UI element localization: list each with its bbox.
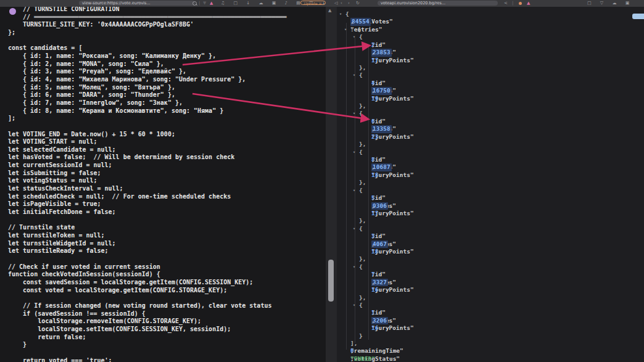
json-line: ],	[337, 340, 644, 347]
json-line: "votes": 16750,	[337, 87, 644, 94]
address-bar-left-text: view-source:https://vote.eurovis...	[82, 1, 151, 6]
scrollbar-track[interactable]: ▲	[326, 7, 337, 362]
json-line: "id": 7,	[337, 271, 644, 278]
forward-icon[interactable]: ›	[348, 0, 350, 7]
json-viewer-button[interactable]	[632, 14, 644, 19]
dropdown-icon[interactable]: ▼	[203, 0, 206, 7]
json-line: },	[337, 141, 644, 148]
json-line: "juryPoints": 18	[337, 248, 644, 255]
address-bar-right-text: voteapi.eurovision2020.bg/res...	[381, 1, 445, 6]
json-line: "votingStatus": "ENDED",	[337, 355, 644, 362]
collapse-caret-icon[interactable]: ▾	[353, 110, 355, 117]
json-line: "id": 2,	[337, 41, 644, 49]
json-line: "juryPoints": 16	[337, 286, 644, 294]
notification-dot-icon[interactable]	[519, 2, 522, 5]
collapse-caret-icon[interactable]: ▾	[353, 72, 355, 79]
json-line: ▾{	[337, 110, 644, 117]
json-line: "id": 8,	[337, 156, 644, 163]
json-line: "juryPoints": 18	[337, 171, 644, 179]
source-pane: // TURNSTILE CONFIGURATION // ══════════…	[0, 7, 326, 362]
screenshot-stage: view-source:https://vote.eurovis... | ▼ …	[0, 0, 644, 362]
json-line: "juryPoints": 17	[337, 210, 644, 217]
json-line: ▾{	[337, 10, 644, 18]
json-line: ▾"entries": [	[337, 26, 644, 33]
source-code: // TURNSTILE CONFIGURATION // ══════════…	[8, 7, 287, 362]
json-line: },	[337, 64, 644, 72]
toolbar-separator: |	[199, 0, 200, 7]
json-line: ▾{	[337, 187, 644, 194]
json-line: "id": 6,	[337, 118, 644, 125]
json-line: ▾{	[337, 149, 644, 156]
collapse-caret-icon[interactable]: ▾	[353, 263, 355, 271]
json-line: }	[337, 332, 644, 340]
json-line: "votes": 10687,	[337, 163, 644, 171]
extension-icons-right[interactable]: □ ▽ ☁ ▣ ♫ □	[587, 0, 644, 7]
json-line: "id": 5,	[337, 194, 644, 202]
json-line: },	[337, 255, 644, 263]
json-line: "votes": 3327,	[337, 279, 644, 286]
toolbar-separator: |	[512, 0, 513, 7]
json-line: "remainingTime": 0,	[337, 347, 644, 355]
search-icon[interactable]	[192, 1, 197, 6]
pinned-extension-icon[interactable]: ▲	[210, 0, 213, 7]
json-line: "id": 4,	[337, 80, 644, 87]
json-line: ▾{	[337, 33, 644, 41]
json-line: "votes": 23853,	[337, 49, 644, 56]
json-line: "votes": 13358,	[337, 125, 644, 133]
json-line: ▾{	[337, 263, 644, 271]
collapse-caret-icon[interactable]: ▾	[353, 302, 355, 309]
collapse-caret-icon[interactable]: ▾	[353, 187, 355, 194]
address-bar-left[interactable]: view-source:https://vote.eurovis...	[79, 1, 195, 6]
json-line: "id": 3,	[337, 232, 644, 240]
update-button[interactable]: Update ≡	[300, 1, 326, 5]
json-line: },	[337, 102, 644, 110]
scroll-up-icon[interactable]: ▲	[328, 8, 331, 13]
json-line: },	[337, 179, 644, 186]
json-line: "id": 1,	[337, 309, 644, 316]
json-line: ▾{	[337, 302, 644, 309]
reload-icon[interactable]: ↻	[356, 0, 360, 7]
json-line: },	[337, 294, 644, 302]
back-icon[interactable]: ‹	[341, 0, 342, 7]
pinned-extension-icon[interactable]: ▲	[527, 0, 530, 7]
collapse-caret-icon[interactable]: ▾	[353, 33, 355, 41]
json-line: ▾{	[337, 72, 644, 79]
collapse-caret-icon[interactable]: ▾	[353, 225, 355, 232]
collapse-caret-icon[interactable]: ▾	[339, 10, 342, 18]
scrollbar-thumb[interactable]	[328, 260, 334, 302]
json-line: ▾{	[337, 225, 644, 232]
json-line: "votes": 4067,	[337, 241, 644, 248]
json-line: "votes": 3206,	[337, 317, 644, 324]
json-line: "juryPoints": 17	[337, 57, 644, 64]
json-line: "juryPoints": 16	[337, 324, 644, 332]
share-icon[interactable]: <	[504, 0, 508, 7]
collapse-caret-icon[interactable]: ▾	[353, 149, 355, 156]
address-bar-right[interactable]: voteapi.eurovision2020.bg/res...	[378, 1, 498, 6]
json-pane: ▾{"totalVotes": 84554,▾"entries": [▾{"id…	[337, 7, 644, 362]
json-line: },	[337, 217, 644, 224]
json-line: "totalVotes": 84554,	[337, 18, 644, 25]
json-line: "votes": 9306,	[337, 202, 644, 210]
json-line: "juryPoints": 19	[337, 95, 644, 102]
json-line: "juryPoints": 23	[337, 133, 644, 141]
collapse-caret-icon[interactable]: ▾	[344, 26, 347, 33]
